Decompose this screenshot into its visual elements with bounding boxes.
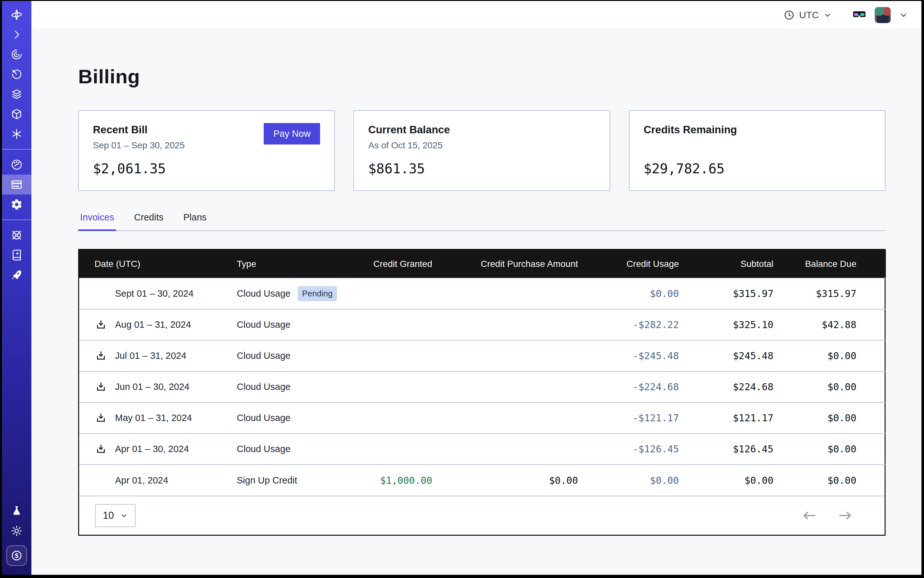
tab-invoices[interactable]: Invoices bbox=[78, 212, 116, 231]
download-invoice-button[interactable] bbox=[94, 318, 107, 331]
table-row: Jul 01 – 31, 2024 Cloud Usage -$245.48 $… bbox=[79, 340, 886, 371]
chevron-down-icon bbox=[120, 512, 128, 520]
tab-plans[interactable]: Plans bbox=[181, 212, 209, 231]
subtotal: $224.68 bbox=[679, 371, 773, 403]
dollar-badge-icon[interactable]: $ bbox=[6, 546, 27, 566]
card-title: Current Balance bbox=[368, 124, 595, 136]
balance-due: $315.97 bbox=[773, 278, 886, 309]
credit-usage: $0.00 bbox=[578, 464, 679, 496]
balance-due: $42.88 bbox=[773, 309, 886, 340]
invoice-type: Cloud Usage bbox=[237, 320, 291, 330]
credit-usage: -$282.22 bbox=[578, 309, 679, 340]
table-row: Aug 01 – 31, 2024 Cloud Usage -$282.22 $… bbox=[79, 309, 886, 340]
layers-icon[interactable] bbox=[2, 84, 31, 104]
page-size-select[interactable]: 10 bbox=[95, 504, 136, 527]
card-subtitle: As of Oct 15, 2025 bbox=[368, 140, 595, 151]
summary-cards: Recent Bill Sep 01 – Sep 30, 2025 $2,061… bbox=[78, 110, 885, 191]
card-amount: $861.35 bbox=[368, 161, 595, 177]
tab-credits[interactable]: Credits bbox=[132, 212, 165, 231]
main-area: UTC Billing Recent Bill Sep 01 – Sep 30,… bbox=[31, 1, 921, 575]
credit-purchase: $0.00 bbox=[432, 464, 578, 496]
prev-page-button[interactable] bbox=[802, 510, 817, 521]
credit-card-icon bbox=[11, 179, 23, 191]
col-credit-purchase: Credit Purchase Amount bbox=[432, 250, 578, 278]
sun-icon[interactable] bbox=[2, 521, 31, 541]
credit-granted bbox=[349, 371, 432, 403]
page-size-value: 10 bbox=[103, 510, 114, 521]
credit-granted bbox=[349, 278, 432, 309]
clock-icon bbox=[784, 10, 794, 21]
download-icon bbox=[96, 444, 106, 455]
gear-icon[interactable] bbox=[2, 195, 31, 214]
book-sparkle-icon[interactable] bbox=[2, 245, 31, 265]
3d-glasses-icon[interactable] bbox=[852, 10, 866, 21]
credit-purchase bbox=[432, 340, 578, 371]
credit-granted bbox=[349, 434, 432, 464]
flask-icon[interactable] bbox=[2, 501, 31, 521]
invoice-type: Cloud Usage bbox=[237, 413, 291, 423]
next-page-button[interactable] bbox=[838, 510, 853, 521]
status-badge: Pending bbox=[298, 286, 337, 301]
asterisk-icon[interactable] bbox=[2, 124, 31, 144]
invoice-date: Aug 01 – 31, 2024 bbox=[115, 320, 191, 330]
col-subtotal: Subtotal bbox=[679, 250, 773, 278]
subtotal: $325.10 bbox=[679, 309, 773, 340]
col-credit-granted: Credit Granted bbox=[349, 250, 432, 278]
invoice-type: Cloud Usage bbox=[237, 351, 291, 361]
col-balance-due: Balance Due bbox=[773, 250, 886, 278]
balance-due: $0.00 bbox=[773, 371, 886, 403]
table-row: Apr 01 – 30, 2024 Cloud Usage -$126.45 $… bbox=[79, 434, 886, 464]
download-invoice-button[interactable] bbox=[94, 349, 107, 362]
cube-icon[interactable] bbox=[2, 104, 31, 124]
rocket-icon[interactable] bbox=[2, 265, 31, 285]
subtotal: $0.00 bbox=[679, 464, 773, 496]
subtotal: $121.17 bbox=[679, 403, 773, 434]
sidebar: $ bbox=[2, 1, 31, 575]
timezone-selector[interactable]: UTC bbox=[784, 10, 832, 21]
table-row: Apr 01, 2024 Sign Up Credit $1,000.00 $0… bbox=[79, 464, 886, 496]
logo-orbit-icon[interactable] bbox=[2, 5, 31, 25]
download-invoice-button[interactable] bbox=[94, 381, 107, 393]
invoice-date: May 01 – 31, 2024 bbox=[115, 413, 192, 423]
pay-now-button[interactable]: Pay Now bbox=[264, 123, 320, 144]
download-icon bbox=[96, 413, 106, 424]
download-icon bbox=[96, 320, 106, 330]
chevron-right-icon[interactable] bbox=[2, 25, 31, 45]
col-date: Date (UTC) bbox=[79, 250, 229, 278]
download-invoice-button[interactable] bbox=[94, 443, 107, 456]
invoice-date: Apr 01 – 30, 2024 bbox=[115, 444, 189, 454]
credit-purchase bbox=[432, 371, 578, 403]
balance-due: $0.00 bbox=[773, 434, 886, 464]
invoice-type: Cloud Usage bbox=[237, 444, 291, 454]
subtotal: $315.97 bbox=[679, 278, 773, 309]
card-amount: $2,061.35 bbox=[93, 161, 320, 177]
table-row: Jun 01 – 30, 2024 Cloud Usage -$224.68 $… bbox=[79, 371, 886, 403]
credit-purchase bbox=[432, 403, 578, 434]
col-type: Type bbox=[229, 250, 349, 278]
billing-page: Billing Recent Bill Sep 01 – Sep 30, 202… bbox=[31, 29, 921, 575]
app-window: $ UTC Billing Recent Bill Sep 01 – Sep 3… bbox=[0, 0, 924, 578]
invoices-table: Date (UTC) Type Credit Granted Credit Pu… bbox=[79, 250, 886, 496]
invoice-type: Cloud Usage bbox=[237, 288, 291, 299]
account-menu-toggle[interactable] bbox=[899, 11, 908, 19]
credit-granted: $1,000.00 bbox=[349, 464, 432, 496]
pagination bbox=[802, 510, 853, 521]
user-avatar[interactable] bbox=[875, 7, 891, 23]
scan-spiral-icon[interactable] bbox=[2, 45, 31, 64]
card-amount: $29,782.65 bbox=[644, 161, 871, 177]
page-title: Billing bbox=[78, 65, 885, 88]
subtotal: $126.45 bbox=[679, 434, 773, 464]
sidebar-item-billing[interactable] bbox=[2, 175, 31, 195]
gauge-icon[interactable] bbox=[2, 155, 31, 175]
balance-due: $0.00 bbox=[773, 340, 886, 371]
credit-purchase bbox=[432, 434, 578, 464]
sidebar-divider bbox=[2, 149, 31, 149]
balance-due: $0.00 bbox=[773, 403, 886, 434]
history-timer-icon[interactable] bbox=[2, 64, 31, 84]
subtotal: $245.48 bbox=[679, 340, 773, 371]
sidebar-divider bbox=[2, 219, 31, 220]
download-invoice-button[interactable] bbox=[94, 412, 107, 425]
credit-granted bbox=[349, 340, 432, 371]
table-header-row: Date (UTC) Type Credit Granted Credit Pu… bbox=[79, 250, 886, 278]
helm-wheel-icon[interactable] bbox=[2, 225, 31, 245]
